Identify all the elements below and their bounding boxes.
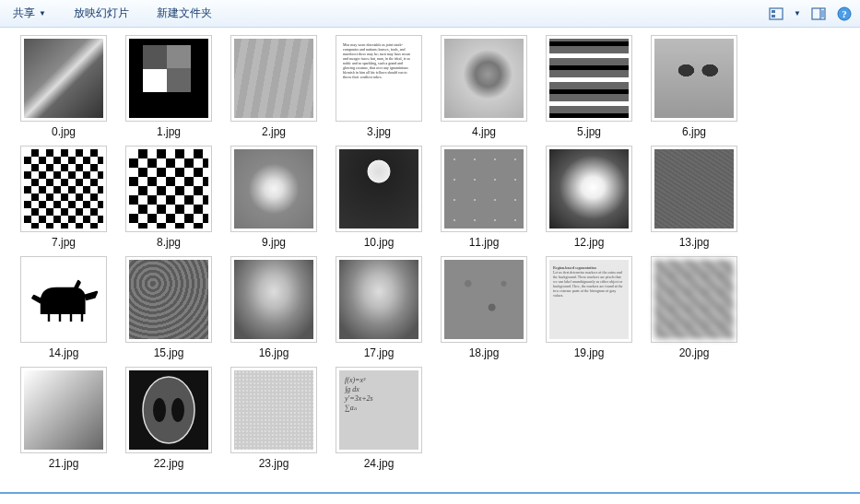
svg-rect-2: [772, 15, 775, 18]
thumbnail-image: [24, 370, 103, 450]
thumbnail-image: [339, 149, 418, 229]
thumbnail-item[interactable]: 4.jpg: [431, 35, 536, 138]
view-options-icon: [769, 7, 783, 20]
thumbnail-image: [549, 149, 629, 229]
svg-text:?: ?: [842, 8, 847, 19]
thumbnail-image: [129, 149, 208, 229]
slideshow-button[interactable]: 放映幻灯片: [68, 2, 135, 25]
thumbnail-item[interactable]: 14.jpg: [11, 256, 116, 359]
thumbnail-item[interactable]: 13.jpg: [642, 146, 747, 249]
thumbnail-item[interactable]: 7.jpg: [11, 146, 116, 249]
share-menu[interactable]: 共享 ▼: [7, 2, 52, 25]
thumbnail-image: [654, 260, 734, 339]
thumbnail-image: [129, 39, 208, 118]
thumbnail-image: [234, 260, 313, 339]
thumbnail-caption: 11.jpg: [469, 236, 500, 249]
thumbnail-item[interactable]: 2.jpg: [221, 35, 326, 138]
share-label: 共享: [13, 6, 35, 21]
thumbnail-caption: 6.jpg: [682, 125, 706, 138]
thumbnail-grid: 0.jpg 1.jpg 2.jpg Men may seem detestabl…: [11, 35, 849, 477]
thumbnail-item[interactable]: 17.jpg: [326, 256, 431, 359]
svg-rect-1: [772, 10, 775, 13]
chevron-down-icon[interactable]: ▼: [794, 9, 801, 18]
thumbnail-caption: 0.jpg: [52, 125, 76, 138]
thumbnail-caption: 5.jpg: [577, 125, 601, 138]
thumbnail-caption: 21.jpg: [49, 457, 79, 470]
thumbnail-image: [549, 39, 629, 118]
thumbnail-image: [24, 149, 103, 229]
thumbnail-caption: 17.jpg: [364, 346, 395, 359]
thumbnail-item[interactable]: 21.jpg: [11, 367, 116, 470]
thumbnail-caption: 16.jpg: [259, 346, 289, 359]
slideshow-label: 放映幻灯片: [74, 6, 129, 21]
thumbnail-image: [234, 370, 313, 450]
thumbnail-item[interactable]: 8.jpg: [116, 146, 221, 249]
thumbnail-image: Region-based segmentationLet us first de…: [549, 260, 629, 339]
thumbnail-item[interactable]: 23.jpg: [221, 367, 326, 470]
new-folder-button[interactable]: 新建文件夹: [151, 2, 218, 25]
thumbnail-caption: 9.jpg: [262, 236, 286, 249]
toolbar: 共享 ▼ 放映幻灯片 新建文件夹 ▼: [0, 0, 860, 28]
thumbnail-image: f(x)=x²∫g dxy'=3x+2s∑aₙ: [339, 370, 418, 450]
thumbnail-caption: 20.jpg: [679, 346, 710, 359]
thumbnail-item[interactable]: 22.jpg: [116, 367, 221, 470]
thumbnail-caption: 19.jpg: [574, 346, 605, 359]
thumbnail-item[interactable]: 15.jpg: [116, 256, 221, 359]
svg-point-8: [143, 377, 194, 443]
thumbnail-item[interactable]: 18.jpg: [431, 256, 536, 359]
thumbnail-item[interactable]: 12.jpg: [536, 146, 642, 249]
thumbnail-item[interactable]: 20.jpg: [642, 256, 747, 359]
thumbnail-image: [24, 39, 103, 118]
thumbnail-caption: 8.jpg: [157, 236, 181, 249]
thumbnail-item[interactable]: 10.jpg: [326, 146, 431, 249]
thumbnail-image: [24, 260, 103, 339]
thumbnail-item[interactable]: f(x)=x²∫g dxy'=3x+2s∑aₙ24.jpg: [326, 367, 431, 470]
thumbnail-caption: 15.jpg: [154, 346, 184, 359]
thumbnail-caption: 7.jpg: [52, 236, 76, 249]
thumbnail-item[interactable]: 16.jpg: [221, 256, 326, 359]
toolbar-right-group: ▼ ?: [768, 6, 853, 22]
thumbnail-image: [234, 149, 313, 229]
view-options-button[interactable]: [768, 6, 784, 22]
thumbnail-item[interactable]: 9.jpg: [221, 146, 326, 249]
thumbnail-item[interactable]: 1.jpg: [116, 35, 221, 138]
svg-point-9: [153, 398, 166, 422]
thumbnail-caption: 3.jpg: [367, 125, 391, 138]
thumbnail-caption: 1.jpg: [157, 125, 181, 138]
new-folder-label: 新建文件夹: [157, 6, 212, 21]
thumbnail-caption: 18.jpg: [469, 346, 500, 359]
thumbnail-image: Men may seem detestable as joint stock-c…: [339, 39, 418, 118]
svg-rect-0: [770, 8, 783, 19]
thumbnail-item[interactable]: 11.jpg: [431, 146, 536, 249]
svg-rect-5: [821, 10, 824, 18]
thumbnail-area: 0.jpg 1.jpg 2.jpg Men may seem detestabl…: [0, 28, 860, 494]
thumbnail-image: [444, 39, 524, 118]
help-button[interactable]: ?: [836, 6, 853, 22]
thumbnail-item[interactable]: 6.jpg: [642, 35, 747, 138]
thumbnail-item[interactable]: 5.jpg: [536, 35, 642, 138]
thumbnail-image: [129, 370, 208, 450]
thumbnail-image: [654, 149, 734, 229]
thumbnail-caption: 23.jpg: [259, 457, 289, 470]
help-icon: ?: [837, 6, 852, 21]
thumbnail-caption: 2.jpg: [262, 125, 286, 138]
svg-point-10: [171, 398, 184, 422]
thumbnail-item[interactable]: Region-based segmentationLet us first de…: [536, 256, 642, 359]
thumbnail-caption: 4.jpg: [472, 125, 496, 138]
thumbnail-item[interactable]: 0.jpg: [11, 35, 116, 138]
thumbnail-image: [129, 260, 208, 339]
thumbnail-image: [234, 39, 313, 118]
thumbnail-caption: 14.jpg: [49, 346, 79, 359]
thumbnail-caption: 13.jpg: [679, 236, 710, 249]
preview-pane-button[interactable]: [810, 6, 827, 22]
toolbar-left-group: 共享 ▼ 放映幻灯片 新建文件夹: [7, 2, 218, 25]
thumbnail-image: [654, 39, 734, 118]
thumbnail-item[interactable]: Men may seem detestable as joint stock-c…: [326, 35, 431, 138]
chevron-down-icon: ▼: [39, 9, 46, 18]
thumbnail-image: [444, 260, 524, 339]
preview-pane-icon: [811, 7, 826, 20]
thumbnail-caption: 22.jpg: [154, 457, 184, 470]
thumbnail-image: [444, 149, 524, 229]
thumbnail-caption: 10.jpg: [364, 236, 395, 249]
thumbnail-image: [339, 260, 418, 339]
